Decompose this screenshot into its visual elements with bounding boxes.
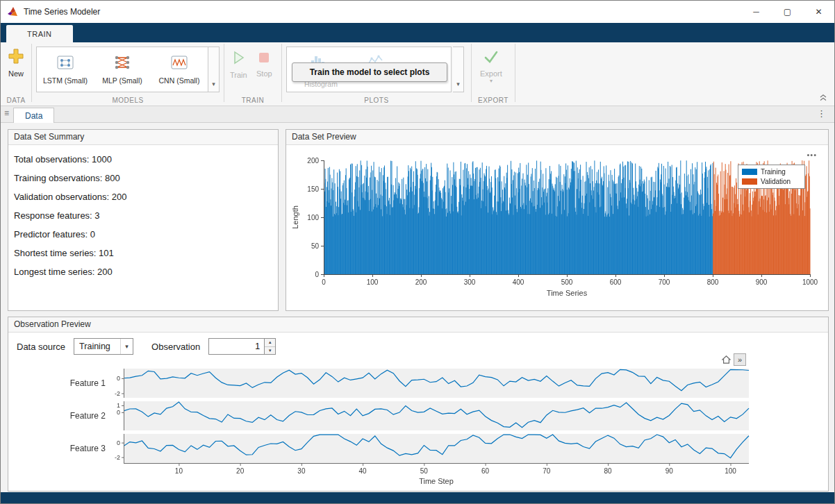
observation-input[interactable] (208, 338, 264, 355)
data-set-summary-panel: Data Set Summary Total observations: 100… (8, 129, 279, 311)
window-title: Time Series Modeler (24, 7, 100, 17)
cnn-icon (170, 54, 188, 74)
close-button[interactable]: ✕ (803, 1, 834, 23)
ribbon-section-train: Train Stop TRAIN (224, 42, 281, 106)
axes-toolbar: » (720, 353, 746, 366)
summary-response-features: Response features: 3 (14, 211, 278, 221)
stop-button[interactable]: Stop (256, 51, 272, 78)
tab-data[interactable]: Data (13, 108, 54, 123)
new-plus-icon (8, 48, 24, 67)
export-dropdown-icon: ▾ (490, 80, 493, 83)
play-icon (230, 49, 247, 69)
model-item-label: CNN (Small) (159, 76, 200, 85)
spinner-down-icon[interactable]: ▼ (265, 347, 275, 355)
train-button[interactable]: Train (230, 49, 247, 79)
spinner-up-icon[interactable]: ▲ (265, 339, 275, 347)
ribbon-toolstrip: New DATA LSTM (Small) (1, 42, 834, 106)
model-item-label: LSTM (Small) (43, 76, 88, 85)
home-icon[interactable] (720, 353, 732, 366)
minimize-button[interactable]: ─ (741, 1, 772, 23)
summary-panel-title: Data Set Summary (8, 130, 278, 145)
matlab-logo-icon (6, 6, 19, 18)
collapse-ribbon-icon[interactable] (818, 93, 829, 103)
models-gallery-dropdown[interactable]: ▾ (208, 47, 220, 92)
ribbon-section-export: Export ▾ EXPORT (472, 42, 515, 106)
titlebar: Time Series Modeler ─ ▢ ✕ (1, 1, 834, 23)
summary-shortest-series: Shortest time series: 101 (14, 249, 278, 258)
section-label-plots: PLOTS (282, 96, 471, 104)
new-button-label: New (8, 69, 24, 78)
chevron-down-icon: ▾ (120, 339, 133, 354)
new-button[interactable]: New (8, 48, 24, 78)
model-item-cnn[interactable]: CNN (Small) (151, 47, 208, 92)
summary-training-observations: Training observations: 800 (14, 174, 278, 183)
plots-gallery-dropdown[interactable]: ▾ (453, 47, 464, 92)
sidebar-toggle-icon[interactable]: ≡ (4, 108, 9, 118)
tab-train[interactable]: TRAIN (6, 25, 73, 42)
summary-longest-series: Longest time series: 200 (14, 267, 278, 277)
content-area: Data Set Summary Total observations: 100… (1, 123, 834, 494)
observation-controls: Data source Training ▾ Observation ▲ ▼ (17, 338, 276, 355)
data-source-value: Training (74, 342, 120, 351)
model-item-mlp[interactable]: MLP (Small) (94, 47, 151, 92)
data-set-preview-panel: Data Set Preview ••• (286, 129, 829, 311)
chart-options-icon[interactable]: ••• (807, 151, 817, 159)
mlp-icon (113, 54, 131, 74)
data-set-preview-chart (289, 151, 825, 309)
observation-panel-title: Observation Preview (8, 317, 828, 333)
model-item-lstm[interactable]: LSTM (Small) (37, 47, 94, 92)
export-button[interactable]: Export ▾ (480, 49, 502, 83)
models-gallery: LSTM (Small) MLP (Small) (36, 47, 208, 92)
plots-tooltip: Train the model to select plots (292, 62, 447, 82)
expand-toolbar-icon[interactable]: » (734, 353, 746, 366)
ribbon-tab-bar: TRAIN (1, 23, 834, 42)
ribbon-section-plots: Histogram Train the model to select plot… (282, 42, 471, 106)
section-label-models: MODELS (32, 96, 224, 104)
section-label-train: TRAIN (224, 96, 281, 104)
ribbon-section-models: LSTM (Small) MLP (Small) (32, 42, 224, 106)
observation-preview-panel: Observation Preview Data source Training… (8, 317, 829, 492)
data-source-label: Data source (17, 342, 65, 352)
ribbon-spacer (515, 42, 834, 106)
document-tab-bar: ≡ Data ⋮ (1, 106, 834, 123)
ribbon-section-data: New DATA (1, 42, 31, 106)
check-icon (483, 49, 499, 67)
lstm-icon (56, 54, 74, 74)
summary-validation-observations: Validation observations: 200 (14, 192, 278, 202)
section-label-data: DATA (1, 96, 31, 104)
observation-preview-chart (14, 366, 824, 489)
app-window: Time Series Modeler ─ ▢ ✕ TRAIN New DATA (0, 0, 835, 504)
document-menu-icon[interactable]: ⋮ (817, 108, 826, 119)
window-controls: ─ ▢ ✕ (741, 1, 834, 23)
train-button-label: Train (230, 71, 247, 79)
observation-label: Observation (151, 342, 200, 352)
model-item-label: MLP (Small) (102, 76, 142, 85)
stop-icon (257, 51, 271, 67)
maximize-button[interactable]: ▢ (772, 1, 803, 23)
observation-spinner: ▲ ▼ (208, 338, 276, 355)
export-button-label: Export (480, 69, 502, 78)
data-source-select[interactable]: Training ▾ (74, 338, 133, 355)
summary-list: Total observations: 1000 Training observ… (8, 145, 278, 277)
plots-gallery: Histogram Train the model to select plot… (286, 47, 452, 92)
summary-predictor-features: Predictor features: 0 (14, 230, 278, 240)
preview-panel-title: Data Set Preview (286, 130, 828, 145)
section-label-export: EXPORT (472, 96, 515, 104)
summary-total-observations: Total observations: 1000 (14, 155, 278, 165)
status-bar (1, 492, 834, 503)
stop-button-label: Stop (256, 69, 272, 78)
